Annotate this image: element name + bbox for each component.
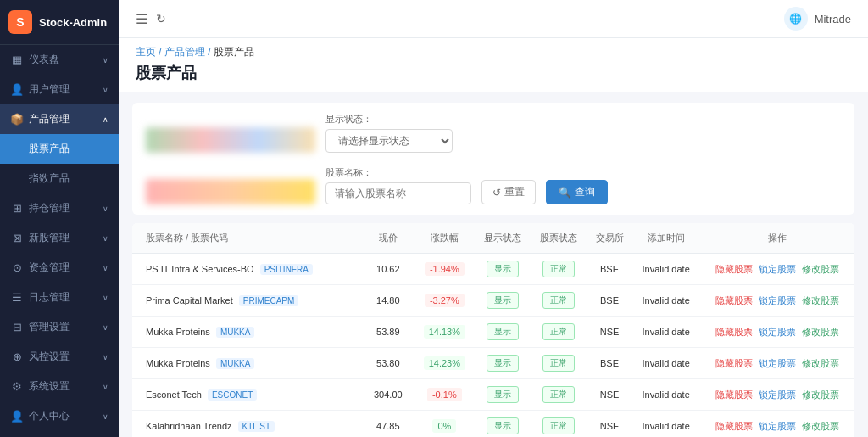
filter-row-1: 显示状态： 请选择显示状态 [146, 113, 841, 153]
sidebar-item-loan-mgmt[interactable]: ⊗ 贷款管理 ∨ [0, 431, 119, 437]
hide-stock-action[interactable]: 隐藏股票 [715, 389, 753, 400]
hamburger-icon[interactable]: ☰ [136, 11, 147, 27]
app-name: Stock-Admin [39, 16, 107, 29]
table-row: Esconet Tech ESCONET 304.00 -0.1% 显示 正常 … [132, 379, 854, 411]
chevron-icon: ∨ [103, 86, 108, 94]
edit-stock-action[interactable]: 修改股票 [802, 358, 839, 368]
sidebar-item-risk-control[interactable]: ⊕ 风控设置 ∨ [0, 342, 119, 372]
hide-stock-action[interactable]: 隐藏股票 [715, 295, 753, 305]
sidebar-item-index-product[interactable]: 指数产品 [0, 164, 119, 193]
display-status-cell: 显示 [475, 348, 531, 379]
top-header: ☰ ↻ 🌐 Mitrade [119, 0, 868, 38]
chevron-icon: ∨ [103, 412, 108, 421]
sidebar-item-personal-center[interactable]: 👤 个人中心 ∨ [0, 401, 119, 431]
date-cell: Invalid date [632, 411, 699, 438]
lock-stock-action[interactable]: 锁定股票 [759, 358, 796, 368]
stock-name-label: 股票名称： [326, 166, 471, 179]
status-badge: 正常 [542, 355, 575, 372]
action-cell: 隐藏股票 锁定股票 修改股票 [699, 379, 854, 411]
lock-stock-action[interactable]: 锁定股票 [759, 389, 796, 400]
sidebar-item-system-settings[interactable]: ⚙ 系统设置 ∨ [0, 372, 119, 401]
log-icon: ☰ [10, 291, 24, 304]
chevron-icon: ∨ [103, 353, 108, 361]
sidebar-item-label: 用户管理 [29, 82, 70, 97]
change-cell: 0% [414, 411, 475, 438]
col-stock-name: 股票名称 / 股票代码 [132, 223, 362, 254]
status-badge: 正常 [542, 323, 575, 340]
table-row: Prima Capital Market PRIMECAPM 14.80 -3.… [132, 285, 854, 317]
hide-stock-action[interactable]: 隐藏股票 [715, 421, 753, 431]
stock-code-badge: MUKKA [216, 327, 255, 338]
action-cell: 隐藏股票 锁定股票 修改股票 [699, 317, 854, 348]
hide-stock-action[interactable]: 隐藏股票 [715, 327, 753, 337]
sidebar-item-ipo-mgmt[interactable]: ⊠ 新股管理 ∨ [0, 223, 119, 253]
chevron-icon: ∨ [103, 294, 108, 302]
refresh-icon[interactable]: ↻ [156, 12, 166, 25]
stock-name: Mukka Proteins [146, 358, 210, 368]
sidebar-item-dashboard[interactable]: ▦ 仪表盘 ∨ [0, 45, 119, 75]
lock-stock-action[interactable]: 锁定股票 [759, 421, 796, 431]
chevron-icon: ∨ [103, 383, 108, 391]
lock-stock-action[interactable]: 锁定股票 [759, 327, 796, 337]
change-badge: 0% [432, 419, 456, 433]
edit-stock-action[interactable]: 修改股票 [802, 264, 839, 274]
exchange-cell: BSE [587, 254, 632, 285]
display-status-select[interactable]: 请选择显示状态 [326, 129, 453, 153]
sidebar-item-position-mgmt[interactable]: ⊞ 持仓管理 ∨ [0, 193, 119, 223]
stock-status-cell: 正常 [531, 254, 587, 285]
filter-row-2: 股票名称： ↺ 重置 🔍 查询 [146, 166, 841, 204]
stock-name: Kalahridhaan Trendz [146, 421, 232, 431]
date-cell: Invalid date [632, 285, 699, 317]
stock-name-input[interactable] [326, 182, 471, 204]
col-action: 操作 [699, 223, 854, 254]
sidebar-item-user-mgmt[interactable]: 👤 用户管理 ∨ [0, 75, 119, 104]
stock-name-cell: Mukka Proteins MUKKA [132, 317, 362, 348]
sidebar-item-label: 持仓管理 [29, 201, 70, 216]
chevron-icon: ∨ [103, 56, 108, 64]
price-cell: 53.80 [362, 348, 414, 379]
breadcrumb: 主页 / 产品管理 / 股票产品 [136, 45, 851, 59]
stock-name: PS IT Infra & Services-BO [146, 264, 254, 274]
breadcrumb-home[interactable]: 主页 [136, 46, 156, 58]
logo-icon: S [8, 10, 32, 34]
change-badge: 14.13% [424, 325, 465, 339]
sidebar-item-stock-product[interactable]: 股票产品 [0, 134, 119, 164]
sidebar-item-label: 风控设置 [29, 350, 70, 364]
hide-stock-action[interactable]: 隐藏股票 [715, 358, 753, 368]
table-row: Kalahridhaan Trendz KTL ST 47.85 0% 显示 正… [132, 411, 854, 438]
price-cell: 53.89 [362, 317, 414, 348]
sidebar-item-label: 个人中心 [29, 409, 70, 423]
reset-icon: ↺ [492, 187, 501, 199]
sidebar-item-label: 系统设置 [29, 379, 70, 394]
sidebar-item-admin-settings[interactable]: ⊟ 管理设置 ∨ [0, 312, 119, 342]
stock-table: 股票名称 / 股票代码 现价 涨跌幅 显示状态 股票状态 交易所 添加时间 操作… [132, 223, 854, 437]
breadcrumb-product[interactable]: 产品管理 [164, 46, 205, 58]
admin-icon: ⊟ [10, 321, 24, 333]
stock-code-badge: MUKKA [216, 358, 255, 369]
filter-group-display-status: 显示状态： 请选择显示状态 [326, 113, 453, 153]
stock-name-cell: PS IT Infra & Services-BO PSITINFRA [132, 254, 362, 285]
hide-stock-action[interactable]: 隐藏股票 [715, 264, 753, 274]
lock-stock-action[interactable]: 锁定股票 [759, 264, 796, 274]
chevron-icon: ∨ [103, 234, 108, 243]
edit-stock-action[interactable]: 修改股票 [802, 421, 839, 431]
stock-status-cell: 正常 [531, 317, 587, 348]
stock-name: Mukka Proteins [146, 327, 210, 337]
col-price: 现价 [362, 223, 414, 254]
sidebar-item-product-mgmt[interactable]: 📦 产品管理 ∧ [0, 104, 119, 134]
lock-stock-action[interactable]: 锁定股票 [759, 295, 796, 305]
edit-stock-action[interactable]: 修改股票 [802, 389, 839, 400]
table-row: Mukka Proteins MUKKA 53.89 14.13% 显示 正常 … [132, 317, 854, 348]
sidebar-item-log-mgmt[interactable]: ☰ 日志管理 ∨ [0, 283, 119, 312]
edit-stock-action[interactable]: 修改股票 [802, 327, 839, 337]
sidebar-item-fund-mgmt[interactable]: ⊙ 资金管理 ∨ [0, 253, 119, 283]
risk-icon: ⊕ [10, 350, 24, 363]
stock-name-cell: Esconet Tech ESCONET [132, 379, 362, 411]
search-button[interactable]: 🔍 查询 [546, 180, 608, 204]
col-change: 涨跌幅 [414, 223, 475, 254]
avatar: 🌐 [784, 7, 808, 31]
change-cell: -3.27% [414, 285, 475, 317]
reset-button[interactable]: ↺ 重置 [481, 180, 536, 204]
display-badge: 显示 [487, 417, 519, 434]
edit-stock-action[interactable]: 修改股票 [802, 295, 839, 305]
